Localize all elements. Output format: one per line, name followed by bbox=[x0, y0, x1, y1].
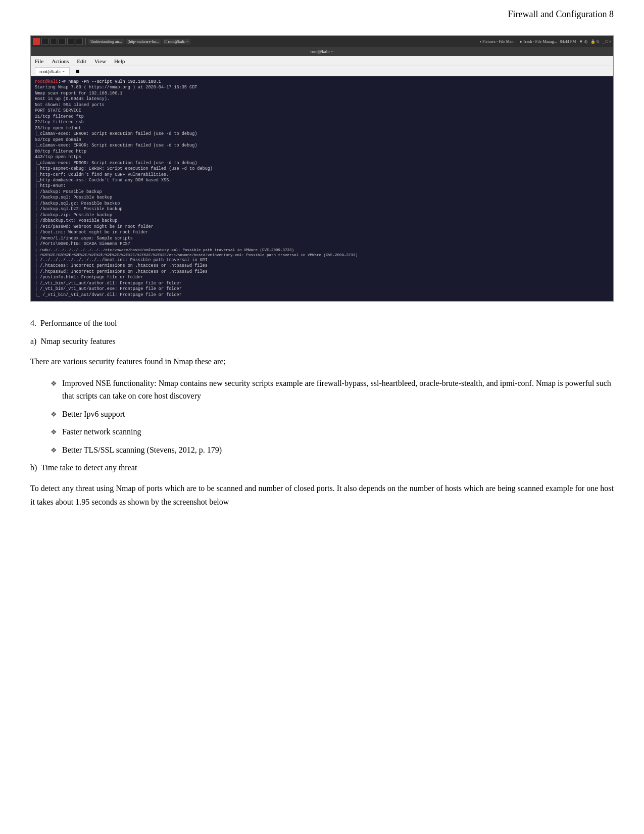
list-item-2: ❖ Faster network scanning bbox=[51, 425, 614, 438]
section4-heading: 4. Performance of the tool bbox=[30, 317, 614, 330]
terminal-command: nmap -Pn --script vuln 192.168.100.1 bbox=[68, 79, 161, 84]
menu-view[interactable]: View bbox=[94, 58, 106, 64]
bullet-text-0: Improved NSE functionality: Nmap contain… bbox=[62, 377, 614, 403]
section4b-heading: b) Time take to detect any threat bbox=[30, 461, 614, 474]
terminal-content: root@kali:~# nmap -Pn --script vuln 192.… bbox=[31, 76, 613, 301]
list-item-0: ❖ Improved NSE functionality: Nmap conta… bbox=[51, 377, 614, 403]
taskbar-time: 04:44 PM bbox=[560, 39, 576, 44]
section4a-heading: a) Nmap security features bbox=[30, 335, 614, 348]
terminal-tab-root[interactable]: root@kali: ~ bbox=[35, 67, 70, 75]
bullet-text-1: Better Ipv6 support bbox=[62, 408, 614, 421]
list-item-1: ❖ Better Ipv6 support bbox=[51, 408, 614, 421]
taskbar-icon-red bbox=[33, 38, 40, 45]
taskbar-separator bbox=[85, 38, 86, 45]
section4-title: Performance of the tool bbox=[40, 317, 117, 330]
taskbar-icon-4 bbox=[67, 38, 74, 45]
section4a-title: Nmap security features bbox=[40, 335, 115, 348]
taskbar-icon-2 bbox=[50, 38, 57, 45]
diamond-icon-0: ❖ bbox=[51, 378, 57, 389]
terminal-prompt: root@kali bbox=[35, 79, 58, 84]
page-header: Firewall and Configuration 8 bbox=[0, 0, 644, 25]
new-tab-button[interactable]: ■ bbox=[76, 68, 79, 75]
taskbar-trash: ● Trash - File Manag... bbox=[520, 39, 557, 44]
paragraph1: To detect any threat using Nmap of ports… bbox=[30, 481, 614, 509]
intro-paragraph: There are various security features foun… bbox=[30, 355, 614, 368]
terminal-menubar: File Actions Edit View Help bbox=[31, 56, 613, 66]
bullet-section: ❖ Improved NSE functionality: Nmap conta… bbox=[51, 377, 614, 457]
taskbar: Understanding an... (http-malware-ho... … bbox=[31, 36, 613, 47]
taskbar-right: ▪ Pictures - File Man... ● Trash - File … bbox=[480, 39, 611, 44]
terminal-tab-bar: root@kali: ~ ■ bbox=[31, 66, 613, 76]
list-item-3: ❖ Better TLS/SSL scanning (Stevens, 2012… bbox=[51, 444, 614, 457]
taskbar-volume: ▼ 4) bbox=[579, 39, 587, 44]
terminal-prompt-line: root@kali:~# nmap -Pn --script vuln 192.… bbox=[35, 79, 609, 85]
taskbar-item-root[interactable]: □ root@kali: ~ bbox=[163, 39, 191, 44]
menu-actions[interactable]: Actions bbox=[52, 58, 69, 64]
menu-edit[interactable]: Edit bbox=[77, 58, 86, 64]
taskbar-item-understanding[interactable]: Understanding an... bbox=[88, 39, 124, 44]
diamond-icon-1: ❖ bbox=[51, 409, 57, 420]
menu-help[interactable]: Help bbox=[114, 58, 125, 64]
taskbar-icon-5 bbox=[76, 38, 83, 45]
diamond-icon-2: ❖ bbox=[51, 427, 57, 438]
taskbar-item-http[interactable]: (http-malware-ho... bbox=[126, 39, 161, 44]
section4b-letter: b) bbox=[30, 461, 37, 474]
taskbar-icons: 🔒 G bbox=[590, 39, 600, 44]
window-title: root@kali: ~ bbox=[311, 49, 334, 54]
taskbar-pictures: ▪ Pictures - File Man... bbox=[480, 39, 516, 44]
features-list: ❖ Improved NSE functionality: Nmap conta… bbox=[51, 377, 614, 457]
section4b-title: Time take to detect any threat bbox=[41, 461, 137, 474]
terminal-output: Starting Nmap 7.80 ( https://nmap.org ) … bbox=[35, 85, 609, 298]
terminal-screenshot: Understanding an... (http-malware-ho... … bbox=[30, 35, 614, 302]
diamond-icon-3: ❖ bbox=[51, 445, 57, 456]
page-title: Firewall and Configuration 8 bbox=[508, 9, 614, 20]
bullet-text-2: Faster network scanning bbox=[62, 425, 614, 438]
section4-number: 4. bbox=[30, 317, 36, 330]
bullet-text-3: Better TLS/SSL scanning (Stevens, 2012, … bbox=[62, 444, 614, 457]
main-content: 4. Performance of the tool a) Nmap secur… bbox=[0, 317, 644, 509]
taskbar-icon-1 bbox=[41, 38, 48, 45]
section4a-letter: a) bbox=[30, 335, 36, 348]
menu-file[interactable]: File bbox=[35, 58, 43, 64]
taskbar-icon-3 bbox=[59, 38, 66, 45]
taskbar-controls[interactable]: _ □ × bbox=[603, 39, 611, 44]
